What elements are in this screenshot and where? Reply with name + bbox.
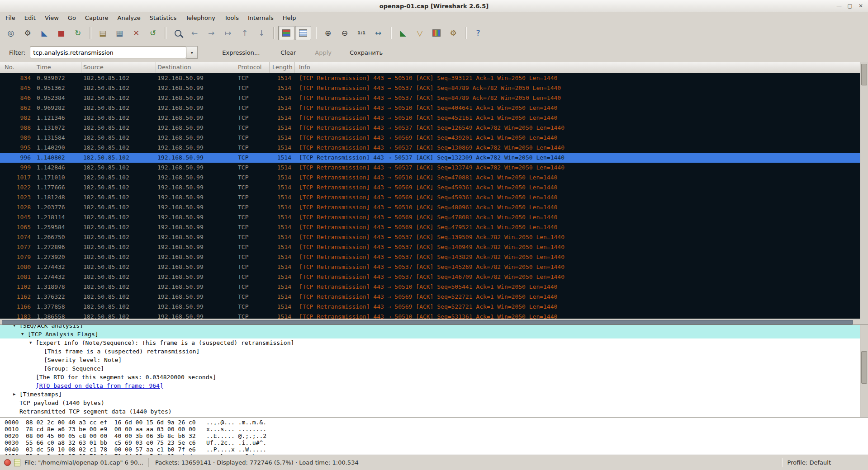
minimize-button[interactable]: —	[834, 1, 844, 10]
file-reload-button[interactable]: ↺	[145, 26, 161, 40]
capture-restart-button[interactable]: ↻	[70, 26, 86, 40]
go-to-bottom-button[interactable]: ↓	[253, 26, 270, 40]
menu-help[interactable]: Help	[278, 12, 301, 23]
resize-columns-button[interactable]: ↔	[370, 26, 386, 40]
packet-row[interactable]: 9991.142846182.50.85.102192.168.50.99TCP…	[0, 163, 860, 173]
detail-line[interactable]: TCP payload (1440 bytes)	[0, 399, 868, 407]
filter-input[interactable]	[30, 47, 186, 58]
go-to-packet-button[interactable]: ↦	[220, 26, 236, 40]
packet-row[interactable]: 10741.266750182.50.85.102192.168.50.99TC…	[0, 232, 860, 242]
menu-telephony[interactable]: Telephony	[181, 12, 220, 23]
packet-row[interactable]: 10801.274432182.50.85.102192.168.50.99TC…	[0, 262, 860, 272]
interfaces-button[interactable]: ◎	[3, 26, 19, 40]
filter-dropdown-button[interactable]: ▾	[186, 46, 198, 59]
column-header-source[interactable]: Source	[81, 62, 156, 73]
find-packet-button[interactable]	[170, 26, 186, 40]
hex-line[interactable]: 0000 88 02 2c 00 40 a3 cc ef 16 6d 00 15…	[5, 419, 868, 426]
menu-view[interactable]: View	[40, 12, 63, 23]
packet-row[interactable]: 10811.274432182.50.85.102192.168.50.99TC…	[0, 272, 860, 282]
expression-button[interactable]: Expression...	[218, 47, 264, 58]
maximize-button[interactable]: ▢	[844, 1, 855, 10]
expander-open-icon[interactable]: ▼	[21, 330, 28, 338]
go-back-button[interactable]: ←	[186, 26, 203, 40]
detail-line[interactable]: ▼[Expert Info (Note/Sequence): This fram…	[0, 338, 868, 347]
menu-tools[interactable]: Tools	[220, 12, 243, 23]
go-forward-button[interactable]: →	[203, 26, 219, 40]
packet-row[interactable]: 10771.272896182.50.85.102192.168.50.99TC…	[0, 242, 860, 252]
detail-line[interactable]: Retransmitted TCP segment data (1440 byt…	[0, 407, 868, 416]
menu-analyze[interactable]: Analyze	[113, 12, 145, 23]
packet-row[interactable]: 9891.131584182.50.85.102192.168.50.99TCP…	[0, 133, 860, 143]
expander-open-icon[interactable]: ▼	[29, 338, 36, 347]
column-header-destination[interactable]: Destination	[156, 62, 235, 73]
profile-text[interactable]: Profile: Default	[787, 459, 831, 466]
column-header-time[interactable]: Time	[35, 62, 81, 73]
packet-row[interactable]: 8620.969282182.50.85.102192.168.50.99TCP…	[0, 103, 860, 113]
scrollbar-thumb[interactable]	[2, 320, 853, 324]
auto-scroll-button[interactable]	[295, 26, 311, 40]
zoom-in-button[interactable]: ⊕	[320, 26, 336, 40]
capture-stop-button[interactable]: ■	[53, 26, 69, 40]
packet-row[interactable]: 11621.376322182.50.85.102192.168.50.99TC…	[0, 292, 860, 302]
packet-row[interactable]: 10451.218114182.50.85.102192.168.50.99TC…	[0, 212, 860, 222]
file-close-button[interactable]: ✕	[128, 26, 144, 40]
packet-row[interactable]: 10281.203776182.50.85.102192.168.50.99TC…	[0, 202, 860, 212]
capture-file-properties-icon[interactable]	[14, 459, 20, 466]
packet-row[interactable]: 11661.377858182.50.85.102192.168.50.99TC…	[0, 302, 860, 312]
packet-row[interactable]: 8460.952384182.50.85.102192.168.50.99TCP…	[0, 93, 860, 103]
column-header-length[interactable]: Length	[270, 62, 295, 73]
close-button[interactable]: ✕	[855, 1, 866, 10]
detail-line[interactable]: [This frame is a (suspected) retransmiss…	[0, 347, 868, 356]
hex-line[interactable]: 0040 03 dc 50 10 08 02 c1 78 00 00 57 aa…	[5, 446, 868, 453]
menu-file[interactable]: File	[1, 12, 20, 23]
file-open-button[interactable]: ▤	[95, 26, 111, 40]
detail-line[interactable]: [The RTO for this segment was: 0.0348200…	[0, 373, 868, 381]
file-save-as-button[interactable]: ▦	[111, 26, 128, 40]
column-header-protocol[interactable]: Protocol	[235, 62, 270, 73]
zoom-out-button[interactable]: ⊖	[337, 26, 353, 40]
column-header-no[interactable]: No.	[0, 62, 35, 73]
menu-statistics[interactable]: Statistics	[145, 12, 181, 23]
packet-row[interactable]: 10791.273920182.50.85.102192.168.50.99TC…	[0, 252, 860, 262]
packet-row[interactable]: 8340.939072182.50.85.102192.168.50.99TCP…	[0, 73, 860, 83]
display-filters-button[interactable]: ▽	[412, 26, 428, 40]
packet-row[interactable]: 10171.171010182.50.85.102192.168.50.99TC…	[0, 173, 860, 183]
detail-line[interactable]: [Severity level: Note]	[0, 356, 868, 364]
expert-info-icon[interactable]	[4, 459, 11, 466]
column-header-info[interactable]: Info	[295, 62, 868, 73]
details-scrollbar[interactable]	[860, 325, 868, 417]
packet-row[interactable]: 10651.259584182.50.85.102192.168.50.99TC…	[0, 222, 860, 232]
capture-start-button[interactable]: ◣	[36, 26, 52, 40]
menu-edit[interactable]: Edit	[20, 12, 40, 23]
packet-row[interactable]: 11831.386558182.50.85.102192.168.50.99TC…	[0, 312, 860, 319]
vertical-scrollbar[interactable]	[860, 62, 868, 319]
capture-options-button[interactable]: ⚙	[19, 26, 36, 40]
horizontal-scrollbar[interactable]	[0, 319, 860, 324]
hex-line[interactable]: 0010 78 cd 8e a6 73 be 00 e9 00 00 aa aa…	[5, 426, 868, 432]
menu-capture[interactable]: Capture	[81, 12, 113, 23]
hex-line[interactable]: 0030 55 66 c0 a8 32 63 01 bb c5 69 03 e0…	[5, 439, 868, 446]
zoom-100-button[interactable]: 1:1	[353, 26, 370, 40]
coloring-rules-button[interactable]	[428, 26, 445, 40]
packet-row[interactable]: 9821.121346182.50.85.102192.168.50.99TCP…	[0, 113, 860, 123]
packet-row[interactable]: 10231.181248182.50.85.102192.168.50.99TC…	[0, 193, 860, 202]
rto-frame-link[interactable]: [RTO based on delta from frame: 964]	[36, 381, 163, 390]
save-filter-button[interactable]: Сохранить	[345, 47, 387, 58]
hex-line[interactable]: 0020 08 00 45 00 05 c8 00 00 40 00 3b 06…	[5, 432, 868, 439]
colorize-packets-button[interactable]	[278, 26, 294, 40]
packet-row[interactable]: 11021.318978182.50.85.102192.168.50.99TC…	[0, 282, 860, 292]
packet-row[interactable]: 9961.140802182.50.85.102192.168.50.99TCP…	[0, 153, 860, 163]
scrollbar-thumb[interactable]	[861, 64, 867, 85]
go-to-top-button[interactable]: ↑	[237, 26, 253, 40]
capture-filters-button[interactable]: ◣	[395, 26, 411, 40]
packet-row[interactable]: 9951.140290182.50.85.102192.168.50.99TCP…	[0, 143, 860, 153]
detail-line[interactable]: ▼[SEQ/ACK analysis]	[0, 324, 868, 330]
detail-line[interactable]: [RTO based on delta from frame: 964]	[0, 381, 868, 390]
menu-go[interactable]: Go	[63, 12, 81, 23]
scrollbar-thumb[interactable]	[861, 351, 867, 384]
menu-internals[interactable]: Internals	[243, 12, 278, 23]
expander-open-icon[interactable]: ▼	[13, 324, 19, 330]
detail-line[interactable]: ▶[Timestamps]	[0, 390, 868, 399]
apply-button[interactable]: Apply	[310, 47, 336, 58]
packet-row[interactable]: 10221.177666182.50.85.102192.168.50.99TC…	[0, 183, 860, 193]
